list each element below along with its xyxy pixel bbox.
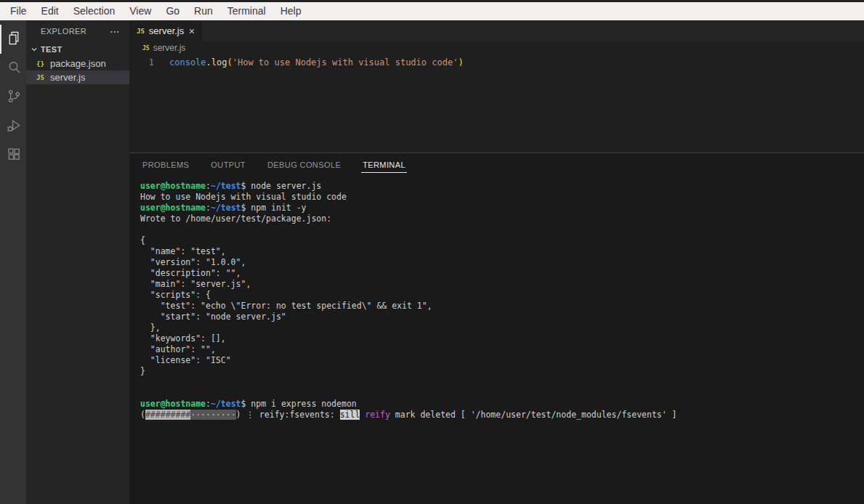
npm-progress-bar-filled: ######### xyxy=(145,410,190,420)
terminal-blank-line xyxy=(140,224,864,235)
chevron-down-icon xyxy=(29,44,39,54)
terminal-line: "scripts": { xyxy=(140,290,864,301)
terminal-line: "license": "ISC" xyxy=(140,355,864,366)
editor-group: JS server.js × JS server.js 1 console.lo… xyxy=(129,20,864,504)
terminal-line: }, xyxy=(140,322,864,333)
menu-go[interactable]: Go xyxy=(158,2,187,20)
explorer-title: EXPLORER xyxy=(41,27,86,36)
terminal-line: } xyxy=(140,366,864,377)
activity-item-extensions[interactable] xyxy=(0,141,26,170)
folder-row-test[interactable]: TEST xyxy=(26,42,129,57)
breadcrumb-item[interactable]: server.js xyxy=(153,43,186,53)
tab-output[interactable]: OUTPUT xyxy=(209,158,247,172)
npm-progress-bar-remaining: ········· xyxy=(190,410,235,420)
file-row-package-json[interactable]: {} package.json xyxy=(26,57,129,70)
terminal-line: { xyxy=(140,235,864,246)
terminal-output[interactable]: user@hostname:~/test$ node server.js How… xyxy=(129,176,864,504)
terminal-blank-line xyxy=(140,377,864,388)
file-row-server-js[interactable]: JS server.js xyxy=(26,70,129,84)
terminal-line: "start": "node server.js" xyxy=(140,312,864,322)
explorer-more-actions-icon[interactable]: ⋯ xyxy=(110,25,121,37)
code-line: 1 console.log('How to use Nodejs with vi… xyxy=(129,56,864,69)
tab-problems[interactable]: PROBLEMS xyxy=(141,158,190,172)
activity-item-source-control[interactable] xyxy=(0,83,26,112)
menu-terminal[interactable]: Terminal xyxy=(220,2,273,20)
tab-label: server.js xyxy=(149,25,185,36)
js-file-icon: JS xyxy=(142,45,150,52)
menu-run[interactable]: Run xyxy=(187,2,220,20)
npm-loglevel-badge: sill xyxy=(340,410,360,420)
menu-help[interactable]: Help xyxy=(273,2,309,20)
terminal-line: "test": "echo \"Error: no test specified… xyxy=(140,301,864,312)
file-label: package.json xyxy=(50,58,106,69)
code-editor[interactable]: 1 console.log('How to use Nodejs with vi… xyxy=(129,54,864,153)
terminal-line: user@hostname:~/test$ npm init -y xyxy=(140,203,864,214)
terminal-line: "keywords": [], xyxy=(140,333,864,344)
folder-label: TEST xyxy=(41,45,62,54)
terminal-line: "description": "", xyxy=(140,268,864,279)
menu-selection[interactable]: Selection xyxy=(66,2,123,20)
activity-item-explorer[interactable] xyxy=(0,25,26,54)
panel-tab-bar: PROBLEMS OUTPUT DEBUG CONSOLE TERMINAL xyxy=(129,153,864,176)
tab-bar: JS server.js × xyxy=(129,20,864,41)
files-icon xyxy=(6,30,23,49)
tab-debug-console[interactable]: DEBUG CONSOLE xyxy=(266,158,342,172)
terminal-line: How to use Nodejs with visual studio cod… xyxy=(140,192,864,203)
line-number: 1 xyxy=(129,56,154,69)
menu-edit[interactable]: Edit xyxy=(34,2,66,20)
js-file-icon: JS xyxy=(36,74,47,81)
js-file-icon: JS xyxy=(137,28,145,35)
search-icon xyxy=(6,59,23,78)
json-file-icon: {} xyxy=(36,60,47,68)
menu-file[interactable]: File xyxy=(3,2,34,20)
spinner-icon: ⋮ xyxy=(241,410,259,420)
extensions-icon xyxy=(6,146,23,166)
file-label: server.js xyxy=(50,72,85,83)
terminal-line: Wrote to /home/user/test/package.json: xyxy=(140,214,864,224)
terminal-line: user@hostname:~/test$ npm i express node… xyxy=(140,399,864,410)
vscode-window: File Edit Selection View Go Run Terminal… xyxy=(0,0,864,504)
activity-item-search[interactable] xyxy=(0,54,26,83)
terminal-blank-line xyxy=(140,388,864,399)
close-icon[interactable]: × xyxy=(189,25,195,37)
explorer-header: EXPLORER ⋯ xyxy=(26,20,129,42)
tab-terminal[interactable]: TERMINAL xyxy=(361,158,407,173)
terminal-line: "name": "test", xyxy=(140,246,864,257)
terminal-line: "main": "server.js", xyxy=(140,279,864,290)
menu-bar: File Edit Selection View Go Run Terminal… xyxy=(0,2,864,20)
workbench: EXPLORER ⋯ TEST {} package.json JS serve… xyxy=(0,20,864,504)
debug-play-icon xyxy=(6,117,23,137)
tab-server-js[interactable]: JS server.js × xyxy=(129,20,202,41)
activity-item-run-debug[interactable] xyxy=(0,112,26,141)
code-text: console.log('How to use Nodejs with visu… xyxy=(169,56,464,69)
terminal-line: "version": "1.0.0", xyxy=(140,257,864,268)
breadcrumb: JS server.js xyxy=(129,41,864,54)
activity-bar xyxy=(0,20,26,504)
terminal-line: user@hostname:~/test$ node server.js xyxy=(140,181,864,192)
terminal-progress-line: (#########·········) ⋮ reify:fsevents: s… xyxy=(140,410,864,420)
bottom-panel: PROBLEMS OUTPUT DEBUG CONSOLE TERMINAL u… xyxy=(129,153,864,504)
terminal-line: "author": "", xyxy=(140,344,864,355)
branch-icon xyxy=(6,88,23,107)
explorer-sidebar: EXPLORER ⋯ TEST {} package.json JS serve… xyxy=(26,20,129,504)
menu-view[interactable]: View xyxy=(122,2,158,20)
